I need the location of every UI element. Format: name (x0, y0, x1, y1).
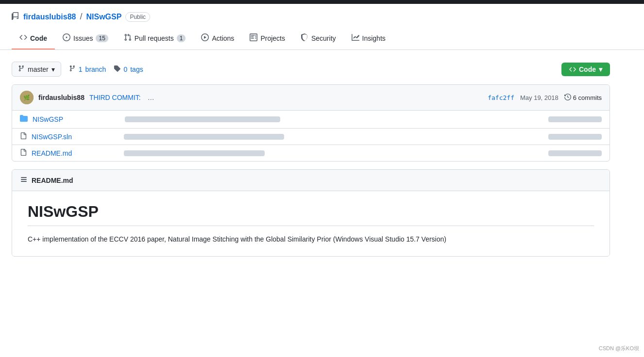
insights-icon (352, 33, 359, 43)
file-date (543, 116, 602, 122)
table-row[interactable]: NISwGSP (12, 111, 610, 129)
repo-name-link[interactable]: NISwGSP (86, 13, 122, 21)
readme-section: README.md NISwGSP C++ implementation of … (12, 169, 610, 257)
skeleton-bar-date (548, 134, 602, 140)
tab-code-label: Code (30, 34, 47, 42)
skeleton-bar-date (548, 150, 602, 156)
skeleton-bar (125, 116, 280, 122)
file-commit-msg (124, 134, 539, 140)
file-browser: 🌿 firdauslubis88 THIRD COMMIT: … fafc2ff… (12, 84, 610, 162)
commit-hash[interactable]: fafc2ff (488, 94, 514, 101)
readme-body: NISwGSP C++ implementation of the ECCV 2… (12, 191, 610, 256)
projects-icon (250, 33, 257, 43)
tag-icon (114, 65, 120, 73)
commit-right: fafc2ff May 19, 2018 6 commits (488, 94, 602, 102)
watermark: CSDN @乐KO坝 (599, 345, 639, 352)
code-button-label: Code (579, 65, 596, 73)
avatar: 🌿 (20, 91, 34, 104)
file-icon (20, 132, 27, 141)
file-date (543, 134, 602, 140)
commit-username[interactable]: firdauslubis88 (38, 94, 85, 101)
readme-title: README.md (32, 177, 73, 184)
pull-requests-icon (124, 33, 132, 43)
branches-count: 1 (79, 65, 83, 73)
readme-heading: NISwGSP (28, 203, 594, 226)
branch-icon (18, 65, 25, 73)
commit-dots[interactable]: … (148, 94, 154, 101)
branches-label: branch (85, 65, 106, 73)
branch-selector[interactable]: master ▾ (12, 62, 61, 77)
file-commit-msg (124, 150, 539, 156)
commits-count: 6 commits (573, 94, 602, 101)
table-row[interactable]: README.md (12, 145, 610, 161)
readme-list-icon (20, 176, 28, 185)
tab-projects-label: Projects (260, 34, 285, 42)
repo-icon (12, 12, 19, 22)
repo-visibility-badge: Public (125, 12, 150, 22)
file-name[interactable]: README.md (32, 149, 119, 157)
commits-history-link[interactable]: 6 commits (564, 94, 602, 102)
code-dropdown-button[interactable]: Code ▾ (561, 63, 610, 76)
tab-insights-label: Insights (362, 34, 386, 42)
page-wrapper: firdauslubis88 / NISwGSP Public Code Iss… (0, 4, 644, 357)
tab-issues-label: Issues (73, 34, 93, 42)
repo-title-row: firdauslubis88 / NISwGSP Public (12, 12, 632, 22)
tab-insights[interactable]: Insights (344, 28, 393, 49)
commit-left: 🌿 firdauslubis88 THIRD COMMIT: … (20, 91, 154, 104)
chevron-down-icon: ▾ (51, 65, 55, 73)
commit-row: 🌿 firdauslubis88 THIRD COMMIT: … fafc2ff… (12, 85, 610, 111)
file-icon (20, 149, 27, 157)
tab-code[interactable]: Code (12, 28, 55, 49)
tab-actions[interactable]: Actions (193, 28, 242, 49)
branch-label: master (28, 65, 49, 73)
svg-text:🌿: 🌿 (23, 94, 30, 101)
code-chevron-icon: ▾ (599, 65, 602, 73)
branches-link[interactable]: 1 branch (69, 65, 106, 73)
code-icon (19, 33, 27, 43)
issues-badge: 15 (96, 34, 108, 42)
readme-paragraph: C++ implementation of the ECCV 2016 pape… (28, 234, 594, 244)
tab-projects[interactable]: Projects (242, 28, 293, 49)
history-icon (564, 94, 571, 102)
tags-label: tags (130, 65, 143, 73)
tab-security[interactable]: Security (293, 28, 344, 49)
tab-prs-label: Pull requests (135, 34, 174, 42)
table-row[interactable]: NISwGSP.sln (12, 129, 610, 145)
tab-security-label: Security (311, 34, 336, 42)
file-commit-msg (125, 116, 539, 122)
toolbar-left: master ▾ 1 branch 0 tags (12, 62, 143, 77)
repo-owner-link[interactable]: firdauslubis88 (23, 13, 76, 21)
security-icon (301, 33, 308, 43)
tab-issues[interactable]: Issues 15 (55, 28, 116, 49)
skeleton-bar-date (548, 116, 602, 122)
actions-icon (201, 33, 209, 43)
folder-icon (20, 114, 28, 124)
repo-separator: / (80, 12, 82, 22)
tags-count: 0 (123, 65, 127, 73)
file-name[interactable]: NISwGSP (33, 115, 120, 123)
skeleton-bar (124, 150, 265, 156)
repo-header: firdauslubis88 / NISwGSP Public Code Iss… (0, 4, 644, 50)
prs-badge: 1 (177, 34, 186, 42)
tab-actions-label: Actions (212, 34, 234, 42)
tags-link[interactable]: 0 tags (114, 65, 143, 73)
readme-header: README.md (12, 170, 610, 191)
skeleton-bar (124, 134, 284, 140)
top-bar (0, 0, 644, 4)
branch-count-icon (69, 65, 76, 73)
commit-message[interactable]: THIRD COMMIT: (89, 94, 141, 101)
toolbar-row: master ▾ 1 branch 0 tags (12, 62, 610, 77)
tab-pull-requests[interactable]: Pull requests 1 (116, 28, 194, 49)
repo-nav: Code Issues 15 Pull requests 1 (12, 28, 632, 49)
file-name[interactable]: NISwGSP.sln (32, 133, 119, 141)
commit-date: May 19, 2018 (520, 94, 559, 101)
issues-icon (63, 33, 70, 43)
main-content: master ▾ 1 branch 0 tags (0, 50, 622, 268)
file-date (543, 150, 602, 156)
